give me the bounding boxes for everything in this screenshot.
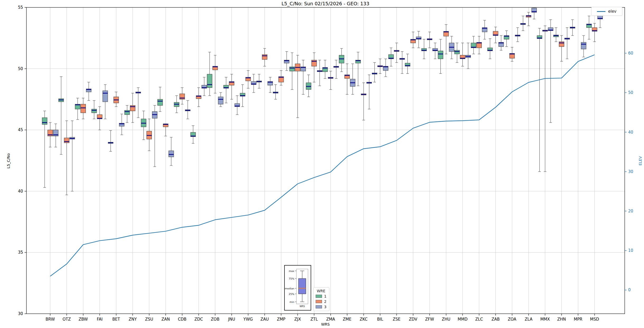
wre-entry-label: 2 xyxy=(324,299,326,304)
boxplot-box xyxy=(158,99,163,105)
wre1-swatch-icon xyxy=(316,295,322,298)
boxplot-box xyxy=(64,138,69,143)
station-label: ZHN xyxy=(557,317,566,322)
y-tick-label-left: 35 xyxy=(18,250,23,255)
elev-legend-label: elev xyxy=(608,9,617,14)
station-label: MMX xyxy=(540,317,550,322)
station-label: MMD xyxy=(458,317,468,322)
station-label: ZJX xyxy=(294,317,301,322)
boxplot-box xyxy=(262,54,267,60)
inset-label: min xyxy=(290,300,294,303)
station-label: ZBW xyxy=(78,317,88,322)
boxplot-box xyxy=(81,104,86,113)
station-label: YWG xyxy=(243,317,253,322)
y-tick-label-right: 0 xyxy=(628,288,631,292)
station-label: OTZ xyxy=(63,317,71,322)
station-label: MSD xyxy=(590,317,599,322)
wre-legend-title: WRE xyxy=(316,289,326,293)
y-tick-label-right: 40 xyxy=(628,130,633,135)
y-tick-label-right: 30 xyxy=(628,169,633,174)
page-title: L5_C/No: Sun 02/15/2026 - GEO: 133 xyxy=(282,1,369,6)
station-label: ZSE xyxy=(393,317,400,322)
x-axis-label: WRS xyxy=(321,322,330,326)
station-label: MPR xyxy=(574,317,582,322)
station-label: FAI xyxy=(97,317,102,322)
wre-entry-label: 1 xyxy=(324,294,326,298)
wre-legend-entry: 2 xyxy=(316,299,326,304)
y-axis-label-right: ELEV xyxy=(638,145,642,177)
station-label: CDB xyxy=(178,317,186,322)
boxplot-box xyxy=(42,118,47,124)
station-label: ZAU xyxy=(260,317,269,322)
boxplot-box xyxy=(180,94,185,99)
boxplot-box xyxy=(103,91,108,102)
station-label: BIL xyxy=(377,317,383,322)
station-label: JNU xyxy=(228,317,235,322)
station-label: ZLA xyxy=(525,317,533,322)
y-tick-label-left: 45 xyxy=(18,127,23,132)
elev-legend: elev xyxy=(591,7,622,16)
station-label: ZLC xyxy=(475,317,483,322)
inset-xlabel: WRS xyxy=(300,305,305,308)
y-tick-label-right: 20 xyxy=(628,209,633,213)
boxplot-box xyxy=(130,106,135,111)
boxplot-box xyxy=(290,67,295,71)
y-tick-label-left: 40 xyxy=(18,189,23,194)
wre-legend: WRE 1 2 3 xyxy=(313,287,329,311)
chart-canvas: 3035404550550102030405060BRWOTZZBWFAIBET… xyxy=(0,0,644,328)
boxplot-box xyxy=(169,151,174,157)
y-tick-label-left: 55 xyxy=(18,5,23,10)
station-label: BRW xyxy=(46,317,55,322)
station-label: ZHU xyxy=(442,317,451,322)
station-label: ZMP xyxy=(277,317,285,322)
inset-sample-box xyxy=(298,279,306,294)
station-label: ZSU xyxy=(145,317,153,322)
station-label: ZTL xyxy=(310,317,318,322)
station-label: ZMA xyxy=(326,317,335,322)
station-label: ZDV xyxy=(409,317,418,322)
boxplot-box xyxy=(559,42,564,47)
inset-label: 25% xyxy=(289,293,294,295)
station-label: ZAN xyxy=(161,317,170,322)
elev-line xyxy=(50,55,595,276)
station-label: ZDC xyxy=(194,317,203,322)
station-label: BET xyxy=(112,317,120,322)
chart-figure: 3035404550550102030405060BRWOTZZBWFAIBET… xyxy=(0,0,644,328)
inset-label: max xyxy=(289,270,294,272)
y-tick-label-right: 50 xyxy=(628,90,633,95)
inset-label: median xyxy=(285,287,294,290)
station-label: ZKC xyxy=(360,317,368,322)
wre3-swatch-icon xyxy=(316,305,322,308)
boxplot-box xyxy=(218,97,223,104)
boxplot-box xyxy=(438,51,443,59)
boxplot-box xyxy=(125,110,130,115)
boxplot-box xyxy=(581,42,586,49)
wre-entry-label: 3 xyxy=(324,305,326,309)
boxplot-box xyxy=(92,109,97,113)
y-tick-label-left: 50 xyxy=(18,66,23,71)
y-tick-label-left: 30 xyxy=(18,311,23,316)
elev-line-sample-icon xyxy=(597,11,605,12)
station-label: ZNY xyxy=(129,317,137,322)
wre-legend-entry: 3 xyxy=(316,305,326,309)
boxplot-box xyxy=(455,50,460,54)
station-label: ZFW xyxy=(425,317,434,322)
inset-label: 75% xyxy=(289,277,294,280)
y-axis-label-left: L5_C/No xyxy=(6,145,11,177)
wre-legend-entry: 1 xyxy=(316,294,326,298)
wre2-swatch-icon xyxy=(316,300,322,303)
station-label: ZAB xyxy=(492,317,500,322)
station-label: ZME xyxy=(343,317,352,322)
boxplot-box xyxy=(207,74,212,88)
y-tick-label-right: 60 xyxy=(628,51,633,56)
station-label: ZOB xyxy=(211,317,219,322)
station-label: ZOA xyxy=(508,317,517,322)
y-tick-label-right: 10 xyxy=(628,248,633,253)
